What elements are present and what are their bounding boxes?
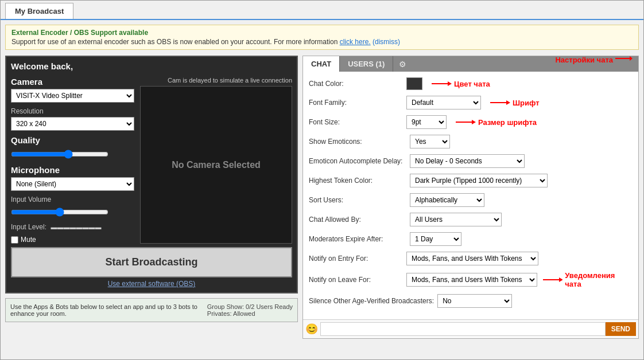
font-size-row: Font Size: 9pt 10pt 11pt 12pt Размер шри… xyxy=(309,115,633,129)
main-layout: Welcome back, Camera VISIT-X Video Split… xyxy=(5,56,639,339)
show-emoticons-dropdown[interactable]: Yes No xyxy=(410,135,450,148)
main-content: External Encoder / OBS Support available… xyxy=(1,20,643,343)
notify-entry-row: Notify on Entry For: Mods, Fans, and Use… xyxy=(309,252,633,265)
chat-color-label: Chat Color: xyxy=(309,80,406,88)
highest-token-row: Highest Token Color: Dark Purple (Tipped… xyxy=(309,174,633,187)
notify-leave-label: Notify on Leave For: xyxy=(309,276,406,284)
tab-chat[interactable]: CHAT xyxy=(303,56,340,72)
chat-allowed-dropdown[interactable]: All Users Followers Only xyxy=(410,213,502,226)
emoji-icon[interactable]: 😊 xyxy=(305,323,318,335)
notifications-annotation: Уведомления чата xyxy=(543,271,633,288)
resolution-section: Resolution 320 x 240 640 x 480 1280 x 72… xyxy=(11,107,134,131)
highest-token-label: Highest Token Color: xyxy=(309,177,406,185)
microphone-section: Microphone None (Silent) xyxy=(11,165,134,191)
left-panel: Welcome back, Camera VISIT-X Video Split… xyxy=(5,56,298,339)
banner-dismiss[interactable]: (dismiss) xyxy=(373,38,400,46)
mute-row: Mute xyxy=(11,236,134,244)
moderators-expire-label: Moderators Expire After: xyxy=(309,235,406,243)
send-button[interactable]: SEND xyxy=(606,322,636,336)
moderators-expire-dropdown[interactable]: 1 Day 1 Week Never xyxy=(410,232,461,246)
emoticon-delay-label: Emoticon Autocomplete Delay: xyxy=(309,157,406,165)
quality-slider[interactable] xyxy=(11,150,108,159)
obs-link[interactable]: Use external software (OBS) xyxy=(11,280,292,288)
emoticon-delay-dropdown[interactable]: No Delay - 0 Seconds 1 Second 2 Seconds xyxy=(410,154,525,168)
group-show-text: Group Show: 0/2 Users Ready xyxy=(207,303,293,310)
chat-input-row: 😊 SEND xyxy=(303,319,638,338)
arrow-right-fontsize-icon xyxy=(456,118,476,126)
svg-marker-7 xyxy=(472,120,476,124)
font-size-dropdown[interactable]: 9pt 10pt 11pt 12pt xyxy=(406,115,447,129)
input-level-label: Input Level: xyxy=(11,223,46,231)
emoticon-delay-row: Emoticon Autocomplete Delay: No Delay - … xyxy=(309,154,633,168)
apps-bots-text: Use the Apps & Bots tab below to select … xyxy=(10,303,201,317)
silence-label: Silence Other Age-Verified Broadcasters: xyxy=(309,297,434,305)
input-level-section: Input Level: ▬▬▬▬▬▬▬▬ xyxy=(11,223,134,231)
moderators-expire-row: Moderators Expire After: 1 Day 1 Week Ne… xyxy=(309,232,633,246)
input-level-bar: ▬▬▬▬▬▬▬▬ xyxy=(51,224,101,230)
preview-hint: Cam is delayed to simulate a live connec… xyxy=(140,77,292,84)
welcome-text: Welcome back, xyxy=(11,61,292,71)
svg-marker-5 xyxy=(506,100,510,105)
banner-link[interactable]: click here. xyxy=(340,38,371,46)
font-family-dropdown[interactable]: Default Arial Times New Roman xyxy=(406,96,481,109)
gear-icon[interactable]: ⚙ xyxy=(393,57,412,72)
svg-marker-3 xyxy=(448,81,452,86)
chat-color-row: Chat Color: Цвет чата xyxy=(309,77,633,90)
silence-row: Silence Other Age-Verified Broadcasters:… xyxy=(309,294,633,308)
window-title-text: My Broadcast xyxy=(15,7,64,15)
notify-leave-dropdown[interactable]: Mods, Fans, and Users With Tokens Mods O… xyxy=(406,273,537,287)
font-family-label: Font Family: xyxy=(309,99,406,107)
font-size-label: Font Size: xyxy=(309,118,406,126)
input-volume-slider[interactable] xyxy=(11,208,108,217)
arrow-right-notify-icon xyxy=(543,276,563,284)
font-family-row: Font Family: Default Arial Times New Rom… xyxy=(309,96,633,109)
silence-dropdown[interactable]: No Yes xyxy=(437,294,512,308)
input-volume-section: Input Volume xyxy=(11,195,134,218)
controls-panel: Camera VISIT-X Video Splitter Resolution… xyxy=(11,77,134,244)
chat-color-swatch[interactable] xyxy=(406,77,422,90)
group-privates-info: Group Show: 0/2 Users Ready Privates: Al… xyxy=(207,303,293,317)
input-volume-label: Input Volume xyxy=(11,195,134,204)
annotation-chat-color: Цвет чата xyxy=(454,80,490,88)
annotation-font: Шрифт xyxy=(513,99,540,107)
highest-token-dropdown[interactable]: Dark Purple (Tipped 1000 recently) Gold … xyxy=(410,174,548,187)
camera-dropdown[interactable]: VISIT-X Video Splitter xyxy=(11,89,134,103)
arrow-down-right-icon xyxy=(615,56,633,64)
banner-desc: Support for use of an external encoder s… xyxy=(11,38,633,46)
font-annotation: Шрифт xyxy=(490,99,540,107)
mute-checkbox[interactable] xyxy=(11,236,18,244)
chat-allowed-row: Chat Allowed By: All Users Followers Onl… xyxy=(309,213,633,226)
title-bar: My Broadcast xyxy=(1,1,643,20)
arrow-right-font-icon xyxy=(490,99,510,107)
camera-section: Camera VISIT-X Video Splitter xyxy=(11,77,134,103)
notify-entry-dropdown[interactable]: Mods, Fans, and Users With Tokens Mods O… xyxy=(406,252,538,265)
preview-area: Cam is delayed to simulate a live connec… xyxy=(140,77,292,244)
microphone-dropdown[interactable]: None (Silent) xyxy=(11,177,134,191)
chat-text-input[interactable] xyxy=(320,322,606,336)
chat-settings-panel: Chat Color: Цвет чата Font Family: De xyxy=(303,72,638,319)
annotation-chat-settings: Настройки чата xyxy=(555,56,633,64)
main-window: My Broadcast External Encoder / OBS Supp… xyxy=(0,0,644,360)
chat-allowed-label: Chat Allowed By: xyxy=(309,216,406,224)
settings-container: Настройки чата Chat Color: Цвет чата xyxy=(303,72,638,319)
tab-users[interactable]: USERS (1) xyxy=(340,56,393,72)
camera-mic-area: Camera VISIT-X Video Splitter Resolution… xyxy=(11,77,292,244)
window-title-tab[interactable]: My Broadcast xyxy=(5,3,73,19)
broadcast-box: Welcome back, Camera VISIT-X Video Split… xyxy=(5,56,298,294)
resolution-label: Resolution xyxy=(11,107,134,115)
chat-color-annotation: Цвет чата xyxy=(432,80,490,88)
microphone-label: Microphone xyxy=(11,165,134,175)
notify-entry-label: Notify on Entry For: xyxy=(309,255,406,263)
font-size-annotation: Размер шрифта xyxy=(456,118,537,127)
start-broadcast-button[interactable]: Start Broadcasting xyxy=(11,247,292,277)
show-emoticons-label: Show Emoticons: xyxy=(309,138,406,146)
quality-label: Quality xyxy=(11,135,134,145)
resolution-dropdown[interactable]: 320 x 240 640 x 480 1280 x 720 xyxy=(11,117,134,131)
quality-section: Quality xyxy=(11,135,134,161)
arrow-right-color-icon xyxy=(432,80,452,88)
banner-title: External Encoder / OBS Support available xyxy=(11,29,633,37)
sort-users-dropdown[interactable]: Alphabetically By Tokens xyxy=(410,193,484,207)
sort-users-label: Sort Users: xyxy=(309,196,406,204)
notify-leave-row: Notify on Leave For: Mods, Fans, and Use… xyxy=(309,271,633,288)
no-camera-text: No Camera Selected xyxy=(172,160,261,170)
